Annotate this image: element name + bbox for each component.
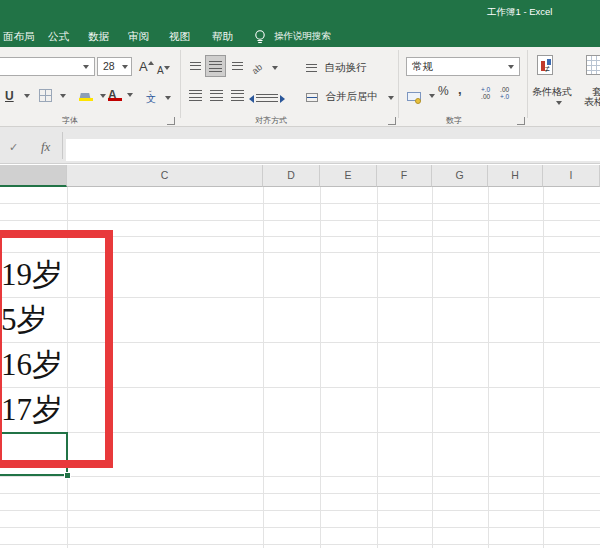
inc-decimal-top: +.0 [481, 86, 490, 93]
column-header-G[interactable]: G [432, 165, 488, 187]
window-titlebar: 工作簿1 - Excel [0, 0, 600, 25]
shrink-font-letter: A [157, 65, 164, 76]
caret-down-icon [164, 66, 170, 70]
merge-center-icon [306, 93, 318, 102]
shrink-font-button[interactable]: A [157, 60, 170, 78]
borders-button[interactable] [39, 88, 66, 106]
chevron-down-icon [127, 93, 133, 97]
lightbulb-icon [254, 29, 266, 44]
font-dialog-launcher[interactable] [167, 117, 175, 125]
tab-data[interactable]: 数据 [88, 25, 109, 47]
chevron-down-icon [100, 94, 106, 98]
conditional-formatting-label: 条件格式 [524, 85, 580, 99]
chevron-down-icon [429, 94, 435, 98]
align-left-icon [189, 90, 202, 101]
align-center-button[interactable] [206, 84, 227, 106]
column-header-I[interactable]: I [543, 165, 600, 187]
alignment-group-label: 对齐方式 [238, 115, 304, 126]
underline-letter: U [5, 89, 14, 103]
align-top-icon [190, 62, 201, 71]
chevron-down-icon[interactable] [556, 101, 562, 105]
grow-font-button[interactable]: A [139, 57, 154, 75]
wrap-text-label: 自动换行 [324, 61, 366, 73]
currency-format-button[interactable] [407, 87, 435, 105]
increase-indent-button[interactable] [267, 89, 285, 107]
merge-center-button[interactable]: 合并后居中 [306, 88, 394, 106]
increase-decimal-button[interactable]: +.0 .00 [481, 86, 490, 100]
gridline-horizontal [0, 476, 600, 477]
group-separator [398, 50, 399, 118]
align-left-button[interactable] [185, 84, 206, 106]
format-as-table-button[interactable] [586, 55, 600, 79]
merge-center-label: 合并后居中 [325, 90, 378, 102]
font-size-value: 28 [103, 60, 115, 72]
font-color-bar [108, 98, 122, 101]
orientation-icon: ab [250, 62, 264, 76]
comma-style-button[interactable]: , [458, 82, 462, 97]
align-middle-button[interactable] [205, 55, 226, 77]
gridline-horizontal [0, 220, 600, 221]
column-header-E[interactable]: E [320, 165, 377, 187]
align-bottom-icon [232, 62, 243, 71]
conditional-formatting-button[interactable]: ≠ [537, 55, 553, 79]
excel-window: 工作簿1 - Excel 面布局 公式 数据 审阅 视图 帮助 操作说明搜索 2… [0, 0, 600, 548]
enter-check-icon[interactable]: ✓ [9, 141, 18, 154]
gridline-horizontal [0, 527, 600, 528]
borders-icon [39, 89, 52, 102]
dec-decimal-bottom: +.0 [500, 93, 509, 100]
fill-color-button[interactable] [79, 87, 106, 105]
column-header-H[interactable]: H [488, 165, 543, 187]
align-top-button[interactable] [185, 55, 206, 77]
breve-mark: ˘ [149, 89, 152, 99]
align-bottom-button[interactable] [227, 55, 248, 77]
column-header-C[interactable]: C [67, 165, 263, 187]
chevron-down-icon [24, 94, 30, 98]
number-format-combo[interactable]: 常规 [406, 57, 520, 76]
inc-decimal-bottom: .00 [481, 93, 490, 100]
number-format-value: 常规 [412, 60, 433, 74]
caret-up-icon [148, 61, 154, 65]
column-header-partial-selected[interactable] [0, 165, 67, 187]
column-header-F[interactable]: F [377, 165, 432, 187]
cf-neq-glyph: ≠ [545, 64, 550, 74]
formula-input[interactable] [66, 139, 600, 161]
tab-review[interactable]: 审阅 [128, 25, 149, 47]
format-as-table-icon [586, 55, 600, 75]
decrease-indent-button[interactable] [249, 89, 267, 107]
column-headers: CDEFGHI [0, 165, 600, 187]
dec-decimal-top: .00 [500, 86, 509, 93]
font-name-combo[interactable] [0, 57, 95, 76]
fill-handle[interactable] [64, 472, 71, 479]
formula-bar: ✓ fx [0, 127, 600, 164]
phonetic-icon: ˘文 [146, 93, 156, 104]
align-right-icon [231, 90, 244, 101]
number-dialog-launcher[interactable] [517, 117, 525, 125]
ribbon-tabbar: 面布局 公式 数据 审阅 视图 帮助 操作说明搜索 [0, 25, 600, 47]
fill-color-bar [79, 98, 93, 101]
decrease-decimal-button[interactable]: .00 +.0 [500, 86, 509, 100]
tab-page-layout[interactable]: 面布局 [3, 25, 35, 47]
window-title: 工作簿1 - Excel [487, 0, 552, 25]
tell-me-search[interactable]: 操作说明搜索 [274, 25, 331, 47]
underline-button[interactable]: U [5, 86, 30, 104]
column-header-D[interactable]: D [263, 165, 320, 187]
percent-style-button[interactable]: % [438, 84, 449, 98]
tab-view[interactable]: 视图 [169, 25, 190, 47]
orientation-button[interactable]: ab [252, 58, 278, 76]
grow-font-letter: A [139, 59, 148, 74]
insert-function-icon[interactable]: fx [41, 139, 50, 155]
currency-icon [407, 92, 421, 101]
phonetic-guide-button[interactable]: ˘文 [146, 88, 171, 106]
font-size-combo[interactable]: 28 [97, 57, 132, 76]
chevron-down-icon [60, 94, 66, 98]
alignment-dialog-launcher[interactable] [388, 117, 396, 125]
font-color-button[interactable]: A [108, 85, 133, 103]
tab-formulas[interactable]: 公式 [48, 25, 69, 47]
wrap-text-button[interactable]: 自动换行 [306, 59, 366, 77]
group-separator [527, 50, 528, 118]
wrap-text-icon [306, 64, 317, 73]
tab-help[interactable]: 帮助 [212, 25, 233, 47]
align-right-button[interactable] [227, 84, 248, 106]
chevron-down-icon [508, 65, 514, 69]
conditional-formatting-icon: ≠ [537, 55, 553, 75]
